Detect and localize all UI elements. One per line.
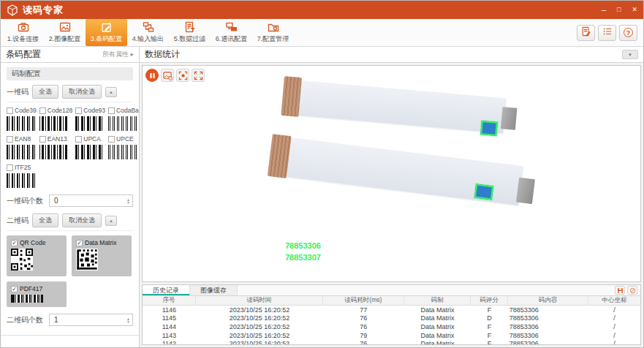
fit-view-button[interactable] xyxy=(176,69,189,82)
clear-history-button[interactable] xyxy=(627,286,637,295)
export-history-button[interactable] xyxy=(615,286,625,295)
table-cell: / xyxy=(588,306,640,314)
barcode-type-label: ITF25 xyxy=(15,164,31,171)
barcode-type-label: UPCA xyxy=(83,135,101,143)
decode-results: 7885330678853307 xyxy=(285,240,321,263)
table-row[interactable]: 11442023/10/25 16:20:5276Data MatrixF788… xyxy=(143,322,640,331)
twod-select-all-button[interactable]: 全选 xyxy=(32,213,58,227)
close-button[interactable]: ✕ xyxy=(632,7,637,13)
column-header: 码制 xyxy=(404,296,471,305)
toolbar-tab-2[interactable]: 2.图像配置 xyxy=(44,19,86,46)
history-tabs: 历史记录图像缓存 xyxy=(143,285,640,296)
toolbar-actions: ? xyxy=(577,19,642,46)
twod-count-value: 1 xyxy=(54,316,58,324)
list-button[interactable] xyxy=(598,25,616,41)
stepper-arrows-icon[interactable]: ▲▼ xyxy=(126,198,130,204)
checkbox[interactable] xyxy=(75,136,82,143)
table-row[interactable]: 11422023/10/25 16:20:5276Data MatrixF788… xyxy=(143,339,640,344)
toolbar-tab-4[interactable]: 4.输入输出 xyxy=(127,19,169,46)
checkbox[interactable] xyxy=(108,136,115,143)
pause-button[interactable] xyxy=(145,69,159,82)
column-header: 码评分 xyxy=(471,296,507,305)
table-cell: Data Matrix xyxy=(404,323,471,330)
toolbar-tab-3[interactable]: 3.条码配置 xyxy=(86,19,127,46)
column-header: 读码耗时(ms) xyxy=(323,296,404,305)
barcode-type-UPCA: UPCA xyxy=(75,135,105,159)
twod-deselect-all-button[interactable]: 取消全选 xyxy=(62,213,102,227)
toolbar-tab-7[interactable]: 7.配置管理 xyxy=(252,19,294,46)
checkbox[interactable] xyxy=(75,107,82,114)
column-header: 读码时间 xyxy=(196,296,323,305)
oned-group-row: 一维码 全选 取消全选 ▲ xyxy=(7,85,133,102)
table-cell: Data Matrix xyxy=(404,332,471,339)
report-button[interactable] xyxy=(577,25,595,41)
save-image-button[interactable] xyxy=(161,69,174,82)
all-properties-link[interactable]: 所有属性 ▸ xyxy=(102,50,134,59)
barcode-type-EAN13: EAN13 xyxy=(39,135,73,159)
oned-count-label: 一维码个数 xyxy=(7,196,43,206)
detected-code-region-top xyxy=(480,121,498,136)
tab-label: 1.设备连接 xyxy=(7,34,39,44)
barcode-type-CodaBar: CodaBar xyxy=(108,107,139,131)
barcode-sample-image xyxy=(39,145,69,159)
table-cell: 2023/10/25 16:20:52 xyxy=(196,323,323,330)
config-manage-icon xyxy=(268,21,279,33)
oned-count-value: 0 xyxy=(54,197,58,205)
oned-deselect-all-button[interactable]: 取消全选 xyxy=(62,85,102,99)
chevron-right-icon: ▸ xyxy=(130,50,134,58)
checkbox[interactable] xyxy=(7,107,13,114)
toolbar-tab-6[interactable]: 6.通讯配置 xyxy=(211,19,252,46)
barcode-type-label: Data Matrix xyxy=(85,239,116,246)
twod-count-stepper[interactable]: 1 ▲▼ xyxy=(49,314,133,326)
tab-label: 7.配置管理 xyxy=(257,34,289,44)
oned-count-stepper[interactable]: 0 ▲▼ xyxy=(49,194,133,207)
checkbox[interactable] xyxy=(11,286,18,292)
table-cell: / xyxy=(588,323,640,330)
barcode-type-label: CodaBar xyxy=(116,107,139,114)
toolbar-tab-5[interactable]: 5.数据过滤 xyxy=(169,19,211,46)
history-tab-2[interactable]: 图像缓存 xyxy=(190,285,238,295)
image-viewer[interactable]: 7885330678853307 xyxy=(142,65,641,282)
stats-collapse-button[interactable]: ▼ xyxy=(622,50,638,59)
titlebar: 读码专家 – □ ✕ xyxy=(1,1,643,19)
table-row[interactable]: 11432023/10/25 16:20:5279Data MatrixF788… xyxy=(143,331,640,340)
history-table-body[interactable]: 11462023/10/25 16:20:5277Data MatrixF788… xyxy=(143,306,640,344)
barcode-type-label: EAN8 xyxy=(15,135,31,143)
checkbox[interactable] xyxy=(39,107,46,114)
table-cell: F xyxy=(471,323,507,330)
oned-select-all-button[interactable]: 全选 xyxy=(32,85,58,99)
maximize-button[interactable]: □ xyxy=(617,7,621,13)
checkbox[interactable] xyxy=(11,240,18,246)
tab-label: 6.通讯配置 xyxy=(216,34,248,44)
history-tab-1[interactable]: 历史记录 xyxy=(143,285,190,295)
comm-icon xyxy=(226,21,238,33)
app-title: 读码专家 xyxy=(23,4,64,17)
barcode-sample-image xyxy=(75,116,105,131)
detected-code-region-bottom xyxy=(474,184,493,200)
table-row[interactable]: 11452023/10/25 16:20:5276Data MatrixD788… xyxy=(143,314,640,323)
oned-collapse-button[interactable]: ▲ xyxy=(105,87,117,97)
twod-group-label: 二维码 xyxy=(7,216,29,226)
help-button[interactable]: ? xyxy=(619,25,637,41)
checkbox[interactable] xyxy=(76,240,83,246)
barcode-type-label: Code128 xyxy=(48,107,73,114)
tab-label: 4.输入输出 xyxy=(132,34,164,44)
table-row[interactable]: 11462023/10/25 16:20:5277Data MatrixF788… xyxy=(143,306,640,314)
table-cell: 2023/10/25 16:20:52 xyxy=(196,314,323,322)
checkbox[interactable] xyxy=(7,164,13,171)
silver-tab xyxy=(501,107,518,130)
barcode-config-panel: 条码配置 所有属性 ▸ 码制配置 一维码 全选 取消全选 ▲ Code39Cod… xyxy=(1,47,140,347)
checkbox[interactable] xyxy=(39,136,46,143)
toolbar-tab-1[interactable]: 1.设备连接 xyxy=(2,19,44,46)
minimize-button[interactable]: – xyxy=(602,6,606,14)
barcode-sample-image xyxy=(76,249,127,272)
fullscreen-button[interactable] xyxy=(192,69,205,82)
checkbox[interactable] xyxy=(108,107,115,114)
checkbox[interactable] xyxy=(7,136,13,143)
table-cell: Data Matrix xyxy=(404,306,471,314)
report-icon xyxy=(581,26,591,39)
barcode-sample-image xyxy=(7,145,36,159)
data-filter-icon xyxy=(184,21,196,33)
stepper-arrows-icon[interactable]: ▲▼ xyxy=(126,317,130,323)
twod-collapse-button[interactable]: ▲ xyxy=(105,216,117,226)
